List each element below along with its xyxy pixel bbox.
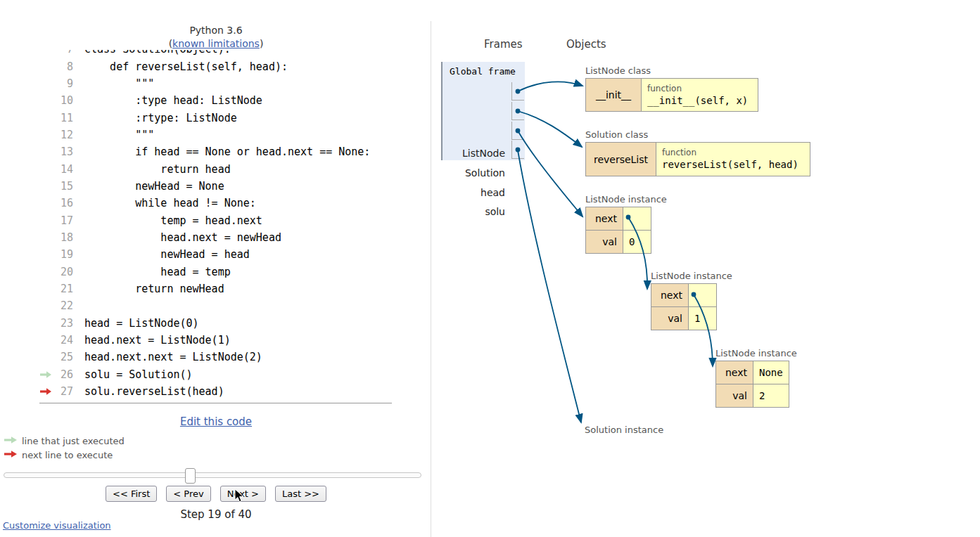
instance-attr-pointer	[623, 207, 651, 231]
line-number: 7	[55, 50, 73, 56]
function-signature: __init__(self, x)	[647, 94, 752, 107]
code-line: 11 :rtype: ListNode	[39, 109, 392, 126]
instance-attr-name: val	[716, 384, 753, 408]
gutter	[39, 246, 55, 263]
line-number: 11	[55, 112, 73, 124]
code-line: 7class Solution(object):	[39, 50, 392, 58]
code-text: head = ListNode(0)	[84, 317, 199, 330]
step-slider-track[interactable]	[4, 472, 421, 478]
heap-object-solution-class: Solution class reverseList function reve…	[585, 129, 810, 176]
customize-visualization-link[interactable]: Customize visualization	[3, 520, 111, 531]
instance-attr-name: val	[586, 231, 623, 254]
code-line: 9 """	[39, 75, 392, 92]
code-line-just-executed: 26solu = Solution()	[39, 366, 392, 383]
vcr-controls: << First < Prev Next > Last >>	[0, 486, 432, 502]
next-button[interactable]: Next >	[220, 486, 266, 502]
code-line: 14 return head	[39, 160, 392, 177]
class-attr-name: __init__	[586, 79, 642, 112]
instance-attr-value: 0	[623, 231, 651, 254]
last-button[interactable]: Last >>	[275, 486, 326, 502]
code-text: def reverseList(self, head):	[84, 60, 288, 73]
code-text: newHead = None	[84, 180, 224, 193]
gutter	[39, 332, 55, 349]
code-listing[interactable]: 7class Solution(object): 8 def reverseLi…	[39, 50, 392, 403]
step-counter: Step 19 of 40	[0, 508, 432, 521]
heap-object-label: ListNode class	[585, 65, 758, 76]
heap-object-listnode-instance-2: ListNode instance next None val 2	[715, 348, 797, 408]
code-text: newHead = head	[84, 248, 250, 261]
frame-var-listnode: ListNode	[443, 148, 505, 159]
just-executed-arrow-icon	[4, 436, 18, 446]
gutter	[39, 50, 55, 58]
next-line-arrow-icon	[4, 450, 18, 460]
line-number: 14	[55, 163, 73, 176]
instance-attr-name: next	[586, 207, 623, 231]
heap-object-label: Solution class	[585, 129, 810, 140]
frame-value-cell	[511, 82, 524, 101]
legend-next-line-label: next line to execute	[22, 450, 113, 460]
line-number: 15	[55, 180, 73, 193]
instance-attr-name: next	[651, 284, 689, 307]
pointer-head-to-instance0	[518, 131, 583, 216]
function-signature: reverseList(self, head)	[662, 158, 804, 171]
gutter	[39, 160, 55, 177]
prev-button[interactable]: < Prev	[166, 486, 210, 502]
gutter	[39, 212, 55, 228]
line-number: 8	[55, 60, 73, 73]
gutter	[39, 75, 55, 92]
line-number: 19	[55, 248, 73, 261]
pane-divider	[431, 21, 431, 537]
code-text: while head != None:	[84, 197, 256, 209]
code-text: class Solution(object):	[84, 50, 231, 56]
code-text: """	[84, 129, 154, 141]
paren-close: )	[260, 38, 263, 49]
class-attr-name: reverseList	[586, 143, 656, 176]
gutter	[39, 143, 55, 160]
instance-attr-value: 2	[753, 384, 789, 408]
edit-code-link[interactable]: Edit this code	[180, 415, 252, 428]
objects-header: Objects	[566, 38, 606, 51]
heap-object-solution-instance: Solution instance	[585, 425, 663, 435]
gutter	[39, 263, 55, 280]
legend-just-executed-label: line that just executed	[22, 436, 125, 446]
instance-attr-name: next	[716, 361, 753, 384]
next-line-arrow-icon	[39, 383, 55, 400]
code-text: return newHead	[84, 283, 224, 295]
gutter	[39, 92, 55, 109]
heap-object-listnode-instance-1: ListNode instance next val 1	[651, 271, 732, 330]
python-tutor-page: Python 3.6 (known limitations) 7class So…	[0, 0, 980, 537]
frame-var-head: head	[443, 187, 505, 198]
line-number: 17	[55, 214, 73, 227]
gutter	[39, 315, 55, 332]
code-text: temp = head.next	[84, 214, 262, 227]
code-line: 23head = ListNode(0)	[39, 315, 392, 332]
line-number: 25	[55, 351, 73, 363]
known-limitations-line: (known limitations)	[0, 37, 432, 51]
heap-object-label: Solution instance	[585, 425, 663, 435]
code-line: 21 return newHead	[39, 280, 392, 297]
first-button[interactable]: << First	[106, 486, 157, 502]
code-line: 10 :type head: ListNode	[39, 92, 392, 109]
step-slider-handle[interactable]	[185, 468, 196, 484]
frames-header: Frames	[484, 38, 523, 51]
global-frame-title: Global frame	[450, 66, 516, 77]
gutter	[39, 297, 55, 314]
frame-var-solution: Solution	[443, 167, 505, 179]
line-number: 12	[55, 129, 73, 141]
function-type-label: function	[647, 84, 752, 94]
code-line: 24head.next = ListNode(1)	[39, 332, 392, 349]
code-text: head.next = newHead	[84, 231, 281, 244]
pointer-solu-to-instance	[518, 150, 581, 422]
frame-value-cell	[511, 102, 524, 120]
code-line: 25head.next.next = ListNode(2)	[39, 349, 392, 365]
gutter	[39, 127, 55, 143]
known-limitations-link[interactable]: known limitations	[172, 38, 260, 49]
code-text: head.next.next = ListNode(2)	[84, 351, 262, 363]
code-line: 16 while head != None:	[39, 195, 392, 212]
code-line: 15 newHead = None	[39, 178, 392, 195]
code-text: :rtype: ListNode	[84, 112, 237, 124]
gutter	[39, 349, 55, 365]
function-type-label: function	[662, 148, 804, 158]
code-text: solu.reverseList(head)	[84, 385, 224, 398]
class-attr-value: function reverseList(self, head)	[656, 143, 810, 176]
